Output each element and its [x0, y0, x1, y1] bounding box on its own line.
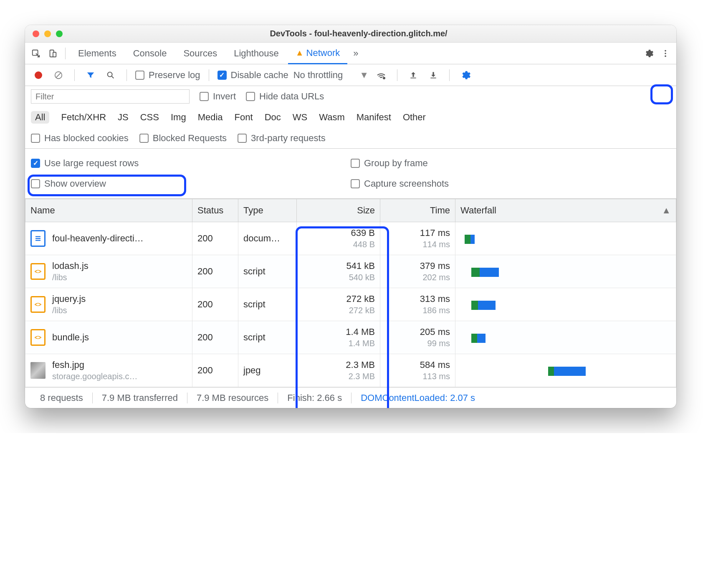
request-name: foul-heavenly-directi… — [52, 232, 144, 245]
waterfall-cell — [460, 259, 671, 284]
chip-all[interactable]: All — [31, 111, 49, 124]
cell-time-latency: 186 ms — [422, 305, 450, 316]
svg-point-3 — [665, 50, 666, 51]
close-window-button[interactable] — [33, 30, 39, 37]
col-waterfall[interactable]: Waterfall▲ — [455, 199, 676, 222]
warning-icon: ▲ — [296, 48, 304, 58]
cell-time: 117 ms — [420, 227, 450, 239]
group-by-frame-checkbox[interactable]: Group by frame — [351, 158, 670, 169]
chip-wasm[interactable]: Wasm — [319, 112, 345, 123]
more-tabs-button[interactable]: » — [349, 43, 362, 64]
svg-rect-9 — [410, 77, 416, 78]
inspect-icon[interactable] — [28, 46, 43, 61]
disable-cache-checkbox[interactable]: Disable cache — [217, 70, 288, 81]
cell-size-uncompressed: 272 kB — [349, 305, 375, 316]
chip-js[interactable]: JS — [118, 112, 129, 123]
waterfall-cell — [460, 292, 671, 317]
waterfall-cell — [460, 325, 671, 350]
document-icon — [30, 230, 46, 247]
settings-icon[interactable] — [641, 46, 656, 61]
status-finish: Finish: 2.66 s — [278, 393, 352, 403]
chip-img[interactable]: Img — [171, 112, 186, 123]
chip-other[interactable]: Other — [403, 112, 426, 123]
chip-doc[interactable]: Doc — [265, 112, 281, 123]
record-button[interactable] — [31, 68, 46, 83]
request-name: bundle.js — [52, 331, 89, 344]
svg-rect-10 — [430, 77, 436, 78]
clear-button[interactable] — [51, 68, 66, 83]
import-har-icon[interactable] — [406, 68, 421, 83]
invert-checkbox[interactable]: Invert — [200, 91, 236, 102]
cell-status: 200 — [192, 222, 238, 255]
search-icon[interactable] — [103, 68, 118, 83]
svg-point-8 — [383, 77, 385, 79]
col-name[interactable]: Name — [25, 199, 192, 222]
col-status[interactable]: Status — [192, 199, 238, 222]
cell-status: 200 — [192, 354, 238, 387]
filter-options-row: Has blocked cookies Blocked Requests 3rd… — [25, 128, 676, 149]
chip-fetch-xhr[interactable]: Fetch/XHR — [61, 112, 106, 123]
tab-console[interactable]: Console — [126, 43, 174, 64]
tab-sources[interactable]: Sources — [176, 43, 225, 64]
filter-input[interactable] — [31, 89, 190, 104]
col-time[interactable]: Time — [380, 199, 455, 222]
tab-lighthouse[interactable]: Lighthouse — [226, 43, 286, 64]
table-row[interactable]: foul-heavenly-directi…200docum…639 B448 … — [25, 222, 676, 255]
svg-point-5 — [665, 55, 666, 57]
table-row[interactable]: <>jquery.js/libs200script272 kB272 kB313… — [25, 288, 676, 321]
cell-time-latency: 202 ms — [422, 272, 450, 283]
status-dcl: DOMContentLoaded: 2.07 s — [352, 393, 484, 403]
col-type[interactable]: Type — [238, 199, 297, 222]
table-row[interactable]: <>bundle.js200script1.4 MB1.4 MB205 ms99… — [25, 321, 676, 354]
chip-manifest[interactable]: Manifest — [357, 112, 391, 123]
table-row[interactable]: <>lodash.js/libs200script541 kB540 kB379… — [25, 255, 676, 288]
throttling-select[interactable]: No throttling▼ — [293, 70, 369, 81]
preserve-log-checkbox[interactable]: Preserve log — [135, 70, 200, 81]
network-conditions-icon[interactable] — [374, 68, 389, 83]
cell-time: 584 ms — [420, 359, 450, 371]
kebab-menu-icon[interactable] — [658, 46, 673, 61]
cell-time: 313 ms — [420, 293, 450, 305]
blocked-requests-checkbox[interactable]: Blocked Requests — [139, 133, 227, 144]
chip-ws[interactable]: WS — [293, 112, 307, 123]
maximize-window-button[interactable] — [56, 30, 63, 37]
device-toggle-icon[interactable] — [45, 46, 60, 61]
third-party-checkbox[interactable]: 3rd-party requests — [238, 133, 326, 144]
large-rows-checkbox[interactable]: Use large request rows — [31, 158, 351, 169]
cell-type: script — [238, 255, 297, 288]
col-size[interactable]: Size — [297, 199, 380, 222]
filter-row: Invert Hide data URLs — [25, 86, 676, 107]
status-bar: 8 requests 7.9 MB transferred 7.9 MB res… — [25, 387, 676, 408]
tab-elements[interactable]: Elements — [71, 43, 124, 64]
script-icon: <> — [30, 263, 46, 280]
cell-type: jpeg — [238, 354, 297, 387]
export-har-icon[interactable] — [426, 68, 441, 83]
network-settings-icon[interactable] — [458, 68, 473, 83]
chip-css[interactable]: CSS — [140, 112, 159, 123]
capture-screenshots-checkbox[interactable]: Capture screenshots — [351, 178, 670, 189]
chip-font[interactable]: Font — [235, 112, 253, 123]
separator — [65, 48, 66, 59]
cell-size: 639 B — [351, 227, 375, 239]
table-row[interactable]: fesh.jpgstorage.googleapis.c…200jpeg2.3 … — [25, 354, 676, 387]
hide-data-urls-checkbox[interactable]: Hide data URLs — [246, 91, 324, 102]
status-requests: 8 requests — [31, 393, 93, 403]
cell-size-uncompressed: 540 kB — [349, 272, 375, 283]
cell-status: 200 — [192, 255, 238, 288]
tab-network[interactable]: ▲Network — [288, 43, 347, 64]
script-icon: <> — [30, 296, 46, 313]
cell-time-latency: 99 ms — [427, 338, 450, 349]
chip-media[interactable]: Media — [198, 112, 223, 123]
minimize-window-button[interactable] — [44, 30, 51, 37]
network-toolbar: Preserve log Disable cache No throttling… — [25, 64, 676, 86]
devtools-window: DevTools - foul-heavenly-direction.glitc… — [25, 25, 676, 408]
cell-size: 2.3 MB — [346, 359, 375, 371]
svg-point-7 — [108, 72, 112, 76]
window-title: DevTools - foul-heavenly-direction.glitc… — [70, 29, 676, 38]
filter-icon[interactable] — [83, 68, 98, 83]
show-overview-checkbox[interactable]: Show overview — [31, 178, 351, 189]
blocked-cookies-checkbox[interactable]: Has blocked cookies — [31, 133, 129, 144]
cell-size: 272 kB — [346, 293, 375, 305]
cell-type: script — [238, 288, 297, 321]
cell-size: 1.4 MB — [346, 326, 375, 338]
